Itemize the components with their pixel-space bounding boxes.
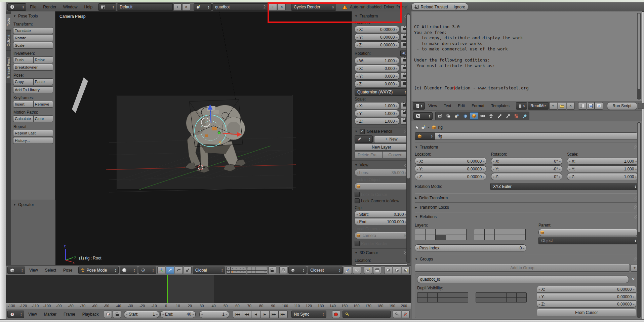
- render-engine-select[interactable]: Cycles Render▴▾: [291, 3, 336, 11]
- txt-menu-edit[interactable]: Edit: [455, 104, 468, 108]
- dupli-layers-grid-2[interactable]: [476, 292, 527, 303]
- lock-to-cursor-checkbox[interactable]: [355, 192, 360, 197]
- group-name-field[interactable]: quadbot_lo: [417, 276, 629, 283]
- bone-widget[interactable]: [72, 77, 88, 113]
- vp-menu-select[interactable]: Select: [42, 268, 59, 273]
- rot-y-field[interactable]: ◂Y:-0°▸: [491, 165, 563, 172]
- pin-icon[interactable]: [415, 125, 419, 130]
- layer-cell[interactable]: [448, 293, 458, 297]
- syntax-highlight-toggle[interactable]: ab: [595, 102, 603, 110]
- clip-end-field[interactable]: ◂End:1000.000▸: [355, 218, 408, 225]
- manipulator-rotate-toggle[interactable]: [175, 267, 183, 274]
- np-scale-z-field[interactable]: ◂Z:1.000▸: [355, 118, 399, 125]
- timeline-ruler[interactable]: -130-120-110-100-90-80-70-60-50-40-30-20…: [6, 303, 411, 309]
- np-scale-y-field[interactable]: ◂Y:1.000▸: [355, 110, 399, 117]
- dupli-z-field[interactable]: ◂Z:0.00000▸: [537, 300, 636, 308]
- delete-layout-button[interactable]: ×: [182, 3, 190, 11]
- lock-camera-to-view-checkbox[interactable]: [355, 198, 360, 203]
- tab-render-icon[interactable]: [436, 113, 444, 119]
- manipulator-scale-toggle[interactable]: [184, 267, 192, 274]
- layer-cell[interactable]: [505, 229, 515, 235]
- clip-start-field[interactable]: ◂Start:0.100▸: [355, 211, 408, 218]
- layer-cell[interactable]: [436, 229, 446, 235]
- scale-z-field[interactable]: ◂Z:1.000▸: [567, 173, 639, 180]
- loc-x-field[interactable]: ◂X:0.00000▸: [415, 158, 486, 165]
- layer-cell[interactable]: [415, 229, 425, 235]
- pose-tool-breakdowner[interactable]: Breakdowner: [13, 64, 53, 71]
- use-preview-range-toggle[interactable]: [104, 311, 112, 318]
- layer-cell[interactable]: [458, 298, 468, 303]
- layer-cell[interactable]: [238, 271, 242, 274]
- prev-keyframe-button[interactable]: ◀◀: [242, 311, 251, 318]
- screen-layout-name-field[interactable]: Default: [117, 3, 173, 11]
- editor-type-select-info[interactable]: ▴▾: [7, 3, 26, 11]
- rotation-mode-select[interactable]: Quaternion (WXYZ)▴▾: [355, 88, 408, 96]
- add-layout-button[interactable]: +: [173, 3, 182, 11]
- repeat-last-button[interactable]: Repeat Last: [13, 130, 53, 136]
- layer-cell[interactable]: [263, 271, 267, 274]
- np-rot-z-field[interactable]: ◂Z:0.000▸: [355, 80, 399, 87]
- frame-end-field[interactable]: ◂End:40▸: [160, 311, 196, 318]
- layer-cell[interactable]: [476, 298, 486, 303]
- layer-cell[interactable]: [417, 293, 427, 297]
- menu-help[interactable]: Help: [81, 5, 95, 9]
- reload-trusted-button[interactable]: Reload Trusted: [411, 3, 451, 11]
- insert-keyframes-button[interactable]: [393, 311, 401, 318]
- viewport-layers-grid[interactable]: [226, 267, 246, 274]
- n-panel-scrollbar[interactable]: [406, 13, 410, 263]
- current-frame-field[interactable]: ◂1▸: [199, 311, 229, 318]
- lock-time-toggle[interactable]: [113, 311, 121, 318]
- timeline-current-frame-line[interactable]: [167, 275, 168, 303]
- dupli-layers-grid-1[interactable]: [417, 292, 468, 303]
- scale-x-field[interactable]: ◂X:1.000▸: [567, 158, 639, 165]
- tab-scene-icon[interactable]: [453, 113, 461, 119]
- layer-cell[interactable]: [255, 267, 259, 270]
- np-transform-header[interactable]: ▼Transform: [355, 13, 408, 19]
- object-cube-icon[interactable]: [432, 125, 436, 130]
- layer-cell[interactable]: [485, 229, 495, 235]
- gp-new-button[interactable]: +New: [374, 136, 408, 143]
- tab-object-icon[interactable]: [470, 112, 478, 120]
- pass-index-field[interactable]: ◂Pass Index:0▸: [415, 244, 526, 251]
- keyframe-remove-button[interactable]: Remove: [33, 101, 53, 108]
- new-text-button[interactable]: +: [549, 102, 557, 110]
- delta-transform-header[interactable]: ▶Delta Transform: [415, 195, 639, 201]
- layer-cell[interactable]: [231, 267, 234, 270]
- play-reverse-button[interactable]: ◀: [251, 311, 260, 318]
- gp-new-layer-button[interactable]: New Layer: [355, 144, 408, 151]
- paste-flipped-pose-button[interactable]: [402, 267, 410, 274]
- editor-type-select-text[interactable]: ▴▾: [413, 102, 425, 110]
- np-rot-x-field[interactable]: ◂X:0.000▸: [355, 65, 399, 72]
- layer-cell[interactable]: [438, 293, 447, 297]
- timeline-canvas[interactable]: [6, 275, 411, 303]
- scene-name-field[interactable]: quadbot 2: [212, 3, 268, 11]
- layer-cell[interactable]: [428, 298, 437, 303]
- operator-panel-header[interactable]: ▼Operator: [13, 201, 53, 208]
- np-3d-cursor-header[interactable]: ▼3D Cursor: [355, 249, 408, 256]
- pose-tool-add-to-library[interactable]: Add To Library: [13, 86, 53, 93]
- props-transform-header[interactable]: ▼Transform: [415, 144, 639, 151]
- layer-cell[interactable]: [486, 298, 496, 303]
- layer-cell[interactable]: [517, 298, 526, 303]
- layer-cell[interactable]: [426, 229, 436, 235]
- keying-set-field[interactable]: [343, 311, 391, 318]
- record-button[interactable]: [332, 311, 340, 318]
- layer-cell[interactable]: [446, 235, 456, 240]
- editor-type-select-3dview[interactable]: ▴▾: [7, 267, 25, 274]
- snap-target-select[interactable]: Closest▴▾: [308, 267, 343, 274]
- txt-menu-view[interactable]: View: [426, 104, 440, 108]
- layer-cell[interactable]: [496, 298, 506, 303]
- layer-cell[interactable]: [495, 235, 505, 240]
- layer-cell[interactable]: [426, 235, 436, 240]
- layer-cell[interactable]: [448, 298, 458, 303]
- rot-x-field[interactable]: ◂X:0°▸: [491, 158, 563, 165]
- motionpath-calculate-button[interactable]: Calculate: [13, 115, 33, 122]
- text-name-field[interactable]: ReadMe: [528, 102, 548, 110]
- layer-cell[interactable]: [446, 229, 456, 235]
- viewport-3d[interactable]: z y x Camera Persp (1) rig : Root: [55, 11, 352, 265]
- scale-y-field[interactable]: ◂Y:1.000▸: [567, 165, 639, 172]
- text-content[interactable]: CC Attribution 3.0You are free: - to cop…: [414, 13, 635, 99]
- manipulate-centers-icon[interactable]: [353, 267, 361, 274]
- add-to-group-button[interactable]: Add to Group: [415, 264, 630, 272]
- layer-cell[interactable]: [234, 267, 238, 270]
